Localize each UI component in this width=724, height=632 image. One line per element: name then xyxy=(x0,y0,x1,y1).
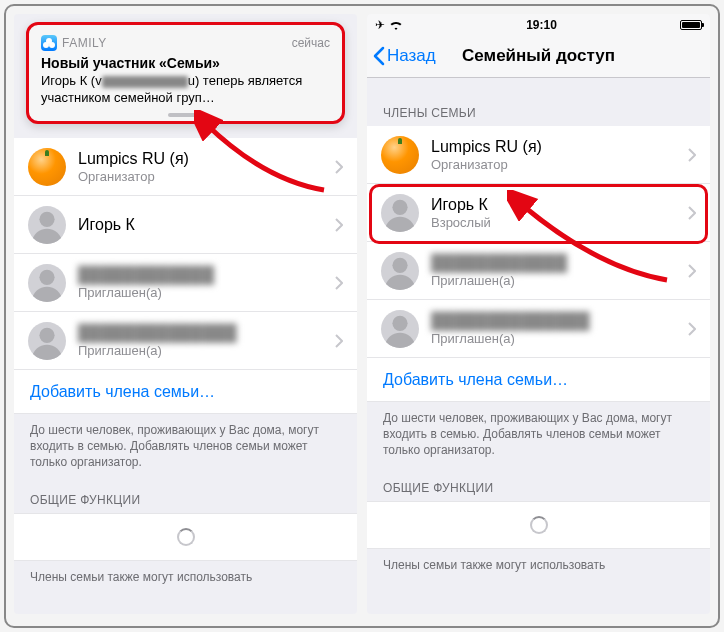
avatar-silhouette-icon xyxy=(381,310,419,348)
notification-banner[interactable]: FAMILY сейчас Новый участник «Семьи» Иго… xyxy=(26,22,345,124)
member-role: Приглашен(а) xyxy=(431,331,682,346)
loading-row xyxy=(14,513,357,561)
member-name: Lumpics RU (я) xyxy=(78,150,329,168)
chevron-right-icon xyxy=(688,148,696,162)
member-name: Игорь К xyxy=(431,196,682,214)
chevron-left-icon xyxy=(373,46,385,66)
notification-title: Новый участник «Семьи» xyxy=(41,55,330,71)
member-name-redacted: ██████████████ xyxy=(431,312,682,330)
avatar-silhouette-icon xyxy=(381,194,419,232)
spinner-icon xyxy=(530,516,548,534)
shared-functions-header: ОБЩИЕ ФУНКЦИИ xyxy=(14,475,357,513)
member-role: Взрослый xyxy=(431,215,682,230)
navbar: Назад Семейный доступ xyxy=(367,34,710,78)
members-footer-text: До шести человек, проживающих у Вас дома… xyxy=(367,402,710,463)
notification-time: сейчас xyxy=(292,36,330,50)
member-row-invited[interactable]: ████████████ Приглашен(а) xyxy=(367,242,710,300)
notification-app: FAMILY xyxy=(41,35,107,51)
avatar-orange-icon xyxy=(381,136,419,174)
svg-point-5 xyxy=(39,327,54,342)
member-role: Приглашен(а) xyxy=(431,273,682,288)
svg-point-3 xyxy=(39,211,54,226)
members-footer-text: До шести человек, проживающих у Вас дома… xyxy=(14,414,357,475)
add-member-button[interactable]: Добавить члена семьи… xyxy=(367,358,710,402)
svg-point-7 xyxy=(392,257,407,272)
spinner-icon xyxy=(177,528,195,546)
svg-point-6 xyxy=(392,199,407,214)
shared-footer-text: Члены семьи также могут использовать xyxy=(14,561,357,589)
family-app-icon xyxy=(41,35,57,51)
chevron-right-icon xyxy=(335,276,343,290)
member-name-redacted: ████████████ xyxy=(431,254,682,272)
loading-row xyxy=(367,501,710,549)
member-row-organizer[interactable]: Lumpics RU (я) Организатор xyxy=(14,138,357,196)
chevron-right-icon xyxy=(335,334,343,348)
shared-functions-header: ОБЩИЕ ФУНКЦИИ xyxy=(367,463,710,501)
member-name-redacted: ████████████ xyxy=(78,266,329,284)
redacted-text xyxy=(102,76,188,88)
member-role: Организатор xyxy=(431,157,682,172)
phone-left: FAMILY сейчас Новый участник «Семьи» Иго… xyxy=(14,14,357,614)
status-time: 19:10 xyxy=(526,18,557,32)
member-name: Lumpics RU (я) xyxy=(431,138,682,156)
members-header: ЧЛЕНЫ СЕМЬИ xyxy=(367,78,710,126)
content-right: ЧЛЕНЫ СЕМЬИ Lumpics RU (я) Организатор xyxy=(367,78,710,614)
svg-point-2 xyxy=(46,38,52,44)
notification-app-name: FAMILY xyxy=(62,36,107,50)
avatar-silhouette-icon xyxy=(28,322,66,360)
notification-body: Игорь К (vu) теперь является участником … xyxy=(41,73,330,107)
chevron-right-icon xyxy=(688,264,696,278)
chevron-right-icon xyxy=(688,206,696,220)
avatar-silhouette-icon xyxy=(381,252,419,290)
chevron-right-icon xyxy=(335,160,343,174)
svg-point-4 xyxy=(39,269,54,284)
avatar-silhouette-icon xyxy=(28,206,66,244)
wifi-icon xyxy=(389,20,403,31)
member-row-igor[interactable]: Игорь К Взрослый xyxy=(367,184,710,242)
member-row-igor[interactable]: Игорь К xyxy=(14,196,357,254)
airplane-mode-icon: ✈ xyxy=(375,18,385,32)
family-members-list: Lumpics RU (я) Организатор Игорь К Взрос… xyxy=(367,126,710,402)
status-bar: ✈ 19:10 xyxy=(367,14,710,34)
shared-footer-text: Члены семьи также могут использовать xyxy=(367,549,710,577)
member-name: Игорь К xyxy=(78,216,329,234)
chevron-right-icon xyxy=(688,322,696,336)
phone-right: ✈ 19:10 Назад Семейный доступ ЧЛЕНЫ СЕМЬ… xyxy=(367,14,710,614)
avatar-silhouette-icon xyxy=(28,264,66,302)
back-button[interactable]: Назад xyxy=(373,46,436,66)
add-member-button[interactable]: Добавить члена семьи… xyxy=(14,370,357,414)
member-row-invited[interactable]: ████████████ Приглашен(а) xyxy=(14,254,357,312)
avatar-orange-icon xyxy=(28,148,66,186)
member-row-invited[interactable]: ██████████████ Приглашен(а) xyxy=(367,300,710,358)
member-row-invited[interactable]: ██████████████ Приглашен(а) xyxy=(14,312,357,370)
svg-point-8 xyxy=(392,315,407,330)
family-members-list: Lumpics RU (я) Организатор Игорь К xyxy=(14,138,357,414)
member-role: Приглашен(а) xyxy=(78,343,329,358)
battery-icon xyxy=(680,20,702,30)
member-role: Приглашен(а) xyxy=(78,285,329,300)
chevron-right-icon xyxy=(335,218,343,232)
member-role: Организатор xyxy=(78,169,329,184)
member-row-organizer[interactable]: Lumpics RU (я) Организатор xyxy=(367,126,710,184)
member-name-redacted: ██████████████ xyxy=(78,324,329,342)
notification-pull-handle[interactable] xyxy=(168,113,204,117)
